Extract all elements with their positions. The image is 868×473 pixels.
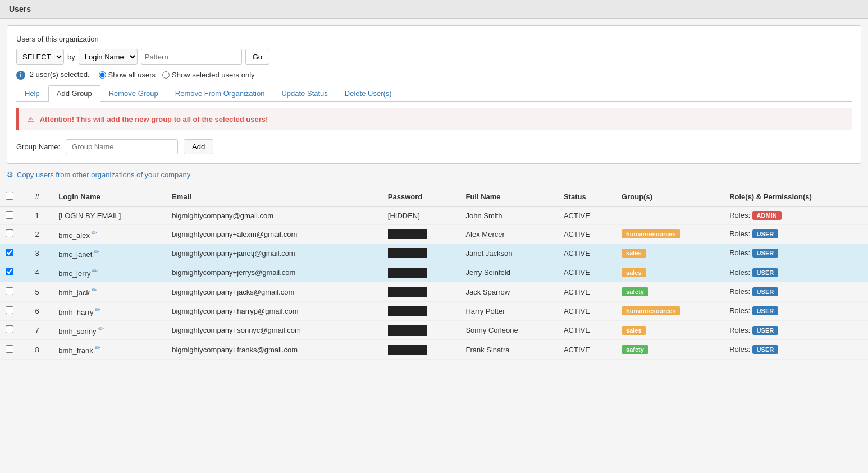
col-status: Status bbox=[558, 187, 616, 206]
roles-label: Roles: bbox=[729, 326, 752, 334]
row-email: bigmightycompany+jerrys@gmail.com bbox=[166, 263, 382, 282]
edit-icon[interactable]: ✏ bbox=[95, 306, 100, 314]
select-dropdown[interactable]: SELECT bbox=[16, 49, 64, 65]
edit-icon[interactable]: ✏ bbox=[92, 267, 98, 275]
row-full-name: Jack Sparrow bbox=[460, 282, 558, 301]
group-badge: sales bbox=[622, 268, 646, 277]
role-badge: USER bbox=[752, 326, 779, 335]
col-roles: Role(s) & Permission(s) bbox=[724, 187, 868, 206]
password-hidden bbox=[388, 345, 427, 355]
tab-update-status[interactable]: Update Status bbox=[273, 85, 336, 101]
copy-users-link[interactable]: ⚙ Copy users from other organizations of… bbox=[7, 171, 861, 179]
select-all-checkbox[interactable] bbox=[6, 192, 13, 200]
tab-add-group[interactable]: Add Group bbox=[48, 85, 100, 102]
group-badge: safety bbox=[622, 345, 648, 354]
row-checkbox[interactable] bbox=[6, 249, 13, 256]
row-full-name: Frank Sinatra bbox=[460, 340, 558, 359]
row-login: bmh_frank ✏ bbox=[53, 340, 166, 359]
row-email: bigmightycompany+franks@gmail.com bbox=[166, 340, 382, 359]
col-login-name: Login Name bbox=[53, 187, 166, 206]
table-row: 6bmh_harry ✏bigmightycompany+harryp@gmai… bbox=[0, 301, 868, 320]
roles-label: Roles: bbox=[729, 287, 752, 296]
row-password bbox=[382, 301, 460, 320]
col-checkbox bbox=[0, 187, 29, 206]
edit-icon[interactable]: ✏ bbox=[92, 229, 97, 237]
row-full-name: Jerry Seinfeld bbox=[460, 263, 558, 282]
tabs: Help Add Group Remove Group Remove From … bbox=[16, 85, 852, 102]
row-roles: Roles: USER bbox=[724, 340, 868, 359]
copy-icon: ⚙ bbox=[7, 171, 13, 179]
row-checkbox[interactable] bbox=[6, 306, 13, 314]
row-status: ACTIVE bbox=[558, 340, 616, 359]
row-groups: safety bbox=[616, 282, 724, 301]
pattern-input[interactable] bbox=[141, 49, 242, 65]
row-checkbox[interactable] bbox=[6, 325, 13, 333]
tab-help[interactable]: Help bbox=[16, 85, 48, 101]
group-name-label: Group Name: bbox=[16, 143, 60, 151]
row-number: 2 bbox=[29, 224, 53, 244]
tab-remove-from-organization[interactable]: Remove From Organization bbox=[167, 85, 273, 101]
password-hidden bbox=[388, 325, 427, 336]
group-badge: safety bbox=[622, 287, 648, 296]
show-selected-label[interactable]: Show selected users only bbox=[162, 71, 254, 79]
group-badge: humanresources bbox=[622, 306, 680, 315]
alert-message: Attention! This will add the new group t… bbox=[40, 115, 268, 123]
row-groups bbox=[616, 206, 724, 225]
row-roles: Roles: USER bbox=[724, 224, 868, 244]
role-badge: USER bbox=[752, 345, 779, 354]
row-roles: Roles: USER bbox=[724, 282, 868, 301]
row-login: bmh_harry ✏ bbox=[53, 301, 166, 320]
table-row: 4bmc_jerry ✏bigmightycompany+jerrys@gmai… bbox=[0, 263, 868, 282]
row-number: 6 bbox=[29, 301, 53, 320]
show-selected-radio[interactable] bbox=[162, 71, 170, 79]
edit-icon[interactable]: ✏ bbox=[95, 344, 100, 352]
edit-icon[interactable]: ✏ bbox=[98, 325, 104, 333]
show-all-radio[interactable] bbox=[99, 71, 106, 79]
role-badge: USER bbox=[752, 306, 779, 315]
filter-row: SELECT by Login Name Email Full Name Go bbox=[16, 49, 852, 65]
users-table: # Login Name Email Password Full Name St… bbox=[0, 187, 868, 360]
roles-label: Roles: bbox=[729, 211, 752, 219]
go-button[interactable]: Go bbox=[245, 49, 269, 65]
row-groups: sales bbox=[616, 321, 724, 340]
table-row: 5bmh_jack ✏bigmightycompany+jacks@gmail.… bbox=[0, 282, 868, 301]
by-dropdown[interactable]: Login Name Email Full Name bbox=[79, 49, 138, 65]
group-name-input[interactable] bbox=[66, 139, 178, 154]
tab-remove-group[interactable]: Remove Group bbox=[100, 85, 167, 101]
col-full-name: Full Name bbox=[460, 187, 558, 206]
row-status: ACTIVE bbox=[558, 244, 616, 263]
tab-delete-users[interactable]: Delete User(s) bbox=[336, 85, 400, 101]
roles-label: Roles: bbox=[729, 249, 752, 257]
selected-count: 2 user(s) selected. bbox=[30, 70, 90, 79]
row-number: 5 bbox=[29, 282, 53, 301]
row-groups: safety bbox=[616, 340, 724, 359]
edit-icon[interactable]: ✏ bbox=[94, 248, 99, 256]
row-checkbox[interactable] bbox=[6, 211, 13, 219]
show-all-label[interactable]: Show all users bbox=[99, 71, 156, 79]
row-checkbox[interactable] bbox=[6, 268, 13, 275]
table-row: 2bmc_alex ✏bigmightycompany+alexm@gmail.… bbox=[0, 224, 868, 244]
role-badge: USER bbox=[752, 287, 779, 296]
group-badge: humanresources bbox=[622, 229, 680, 238]
col-groups: Group(s) bbox=[616, 187, 724, 206]
role-badge: USER bbox=[752, 229, 779, 238]
group-badge: sales bbox=[622, 326, 646, 335]
role-badge: ADMIN bbox=[752, 211, 782, 220]
row-number: 3 bbox=[29, 244, 53, 263]
alert-box: ⚠ Attention! This will add the new group… bbox=[16, 108, 852, 130]
row-full-name: Harry Potter bbox=[460, 301, 558, 320]
edit-icon[interactable]: ✏ bbox=[92, 286, 97, 294]
table-row: 7bmh_sonny ✏bigmightycompany+sonnyc@gmai… bbox=[0, 321, 868, 340]
row-checkbox[interactable] bbox=[6, 287, 13, 295]
row-password bbox=[382, 224, 460, 244]
row-checkbox[interactable] bbox=[6, 345, 13, 353]
add-button[interactable]: Add bbox=[184, 139, 213, 154]
row-password bbox=[382, 263, 460, 282]
panel-title: Users of this organization bbox=[16, 35, 852, 43]
row-number: 4 bbox=[29, 263, 53, 282]
row-full-name: John Smith bbox=[460, 206, 558, 225]
row-checkbox[interactable] bbox=[6, 229, 13, 237]
col-password: Password bbox=[382, 187, 460, 206]
row-login: bmh_jack ✏ bbox=[53, 282, 166, 301]
row-number: 1 bbox=[29, 206, 53, 225]
